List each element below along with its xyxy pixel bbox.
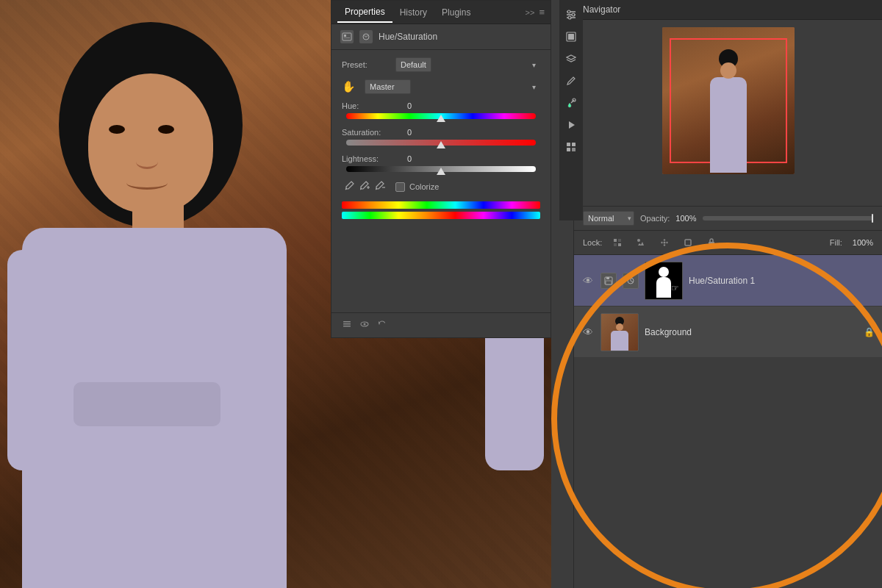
layer-name-background: Background — [645, 327, 858, 337]
tab-properties[interactable]: Properties — [337, 2, 392, 23]
lock-row: Lock: Fill: 100% — [574, 231, 882, 255]
saturation-value: 0 — [393, 128, 412, 137]
colorize-row: Colorize — [342, 181, 540, 193]
toolbar-layers-icon[interactable] — [562, 50, 580, 68]
svg-rect-27 — [343, 323, 351, 325]
lightness-track[interactable] — [346, 166, 536, 172]
channel-select-wrapper[interactable]: Master Reds Yellows Greens Cyans Blues M… — [365, 79, 540, 94]
blend-mode-select[interactable]: Normal Dissolve Multiply Screen — [583, 211, 634, 226]
opacity-value: 100% — [675, 214, 696, 223]
layers-panel: Normal Dissolve Multiply Screen Opacity:… — [573, 206, 882, 588]
toolbar-grid-icon[interactable] — [562, 138, 580, 156]
footer-settings-icon[interactable] — [342, 319, 352, 331]
eyedropper-remove-icon[interactable] — [376, 181, 385, 193]
svg-rect-22 — [343, 33, 351, 40]
navigator-title: Navigator — [583, 4, 620, 15]
lock-image-btn[interactable] — [633, 234, 649, 251]
lightness-value: 0 — [393, 154, 412, 163]
toolbar-play-icon[interactable] — [562, 116, 580, 134]
saturation-track[interactable] — [346, 140, 536, 146]
eyedropper-add-icon[interactable] — [360, 181, 370, 193]
tab-plugins[interactable]: Plugins — [434, 3, 478, 22]
layer-row-background[interactable]: 👁 Background 🔒 — [574, 306, 882, 358]
spectrum-bar-1 — [342, 201, 540, 209]
hue-slider-container: Hue: 0 — [342, 101, 540, 119]
colorize-checkbox[interactable] — [395, 182, 405, 192]
navigator-image — [662, 27, 795, 174]
svg-rect-23 — [344, 35, 346, 37]
svg-rect-16 — [568, 34, 574, 40]
layer-mask-thumbnail: ☞ — [645, 262, 683, 300]
toolbar-adjust-icon[interactable] — [562, 6, 580, 24]
svg-point-13 — [572, 13, 575, 16]
svg-rect-18 — [567, 143, 570, 146]
preset-select[interactable]: Default — [395, 57, 431, 72]
preset-label: Preset: — [342, 60, 390, 69]
preset-select-wrapper[interactable]: Default — [395, 57, 540, 72]
svg-point-14 — [568, 16, 571, 19]
svg-rect-2 — [614, 243, 617, 246]
properties-panel: Properties History Plugins >> ≡ Hue/Satu… — [331, 0, 551, 338]
svg-rect-6 — [685, 240, 691, 245]
panel-footer — [331, 312, 551, 337]
vertical-toolbar — [559, 0, 583, 220]
layer-bg-visibility-eye[interactable]: 👁 — [581, 326, 595, 338]
saturation-slider-row: Saturation: 0 — [342, 128, 540, 137]
panel-title: Hue/Saturation — [379, 32, 437, 42]
toolbar-colorpicker-icon[interactable] — [562, 94, 580, 112]
svg-rect-7 — [709, 242, 714, 247]
hue-thumb[interactable] — [437, 115, 445, 122]
footer-undo-icon[interactable] — [377, 319, 387, 331]
layer-type-icon — [600, 273, 617, 289]
panel-tabs: Properties History Plugins >> ≡ — [331, 1, 551, 24]
layer-adj-type-icon — [623, 273, 639, 289]
saturation-slider-container: Saturation: 0 — [342, 128, 540, 146]
svg-rect-19 — [572, 143, 576, 146]
toolbar-sample-icon[interactable] — [562, 28, 580, 46]
tab-history[interactable]: History — [392, 3, 434, 22]
footer-visibility-icon[interactable] — [359, 319, 370, 331]
tab-expand-btn[interactable]: >> — [526, 8, 535, 17]
toolbar-brush-icon[interactable] — [562, 72, 580, 90]
channel-select[interactable]: Master Reds Yellows Greens Cyans Blues M… — [365, 79, 411, 94]
tab-menu-btn[interactable]: ≡ — [539, 7, 545, 18]
lightness-slider-row: Lightness: 0 — [342, 154, 540, 163]
svg-rect-28 — [343, 326, 351, 327]
hue-value: 0 — [393, 101, 412, 110]
eyedropper-tools — [345, 181, 385, 193]
lock-all-btn[interactable] — [703, 234, 720, 251]
lock-crop-btn[interactable] — [680, 234, 696, 251]
hue-track[interactable] — [346, 113, 536, 119]
layer-row-hue-saturation[interactable]: 👁 ☞ Hue/Satura — [574, 255, 882, 306]
panel-content: Preset: Default ✋ Master Reds Yellows Gr… — [331, 50, 551, 229]
color-bars — [342, 201, 540, 219]
lock-label: Lock: — [583, 238, 602, 247]
lock-transparent-btn[interactable] — [609, 234, 625, 251]
panel-adj-icon — [359, 30, 373, 43]
navigator-panel: Navigator — [573, 0, 882, 206]
blend-mode-select-wrapper[interactable]: Normal Dissolve Multiply Screen — [583, 211, 634, 226]
layer-visibility-eye[interactable]: 👁 — [581, 275, 595, 287]
colorize-label: Colorize — [409, 182, 439, 191]
saturation-thumb[interactable] — [437, 141, 445, 148]
hue-label: Hue: — [342, 101, 393, 110]
svg-point-4 — [637, 239, 640, 242]
svg-point-12 — [567, 10, 570, 13]
panel-type-icon — [340, 30, 354, 43]
svg-rect-20 — [567, 148, 570, 151]
svg-rect-10 — [606, 281, 612, 284]
lock-position-btn[interactable] — [656, 234, 673, 251]
channel-row: ✋ Master Reds Yellows Greens Cyans Blues… — [342, 79, 540, 94]
eyedropper-icon[interactable] — [345, 181, 354, 193]
opacity-slider[interactable] — [703, 216, 874, 220]
saturation-label: Saturation: — [342, 128, 393, 137]
channel-hand-icon[interactable]: ✋ — [342, 80, 356, 93]
layer-lock-icon: 🔒 — [864, 327, 875, 337]
spectrum-bar-2 — [342, 212, 540, 219]
opacity-label: Opacity: — [640, 214, 670, 223]
lightness-thumb[interactable] — [437, 168, 445, 175]
fill-value: 100% — [853, 238, 873, 247]
layers-toolbar: Normal Dissolve Multiply Screen Opacity:… — [574, 207, 882, 231]
navigator-header: Navigator — [574, 0, 882, 20]
layer-bg-thumbnail — [600, 313, 639, 351]
